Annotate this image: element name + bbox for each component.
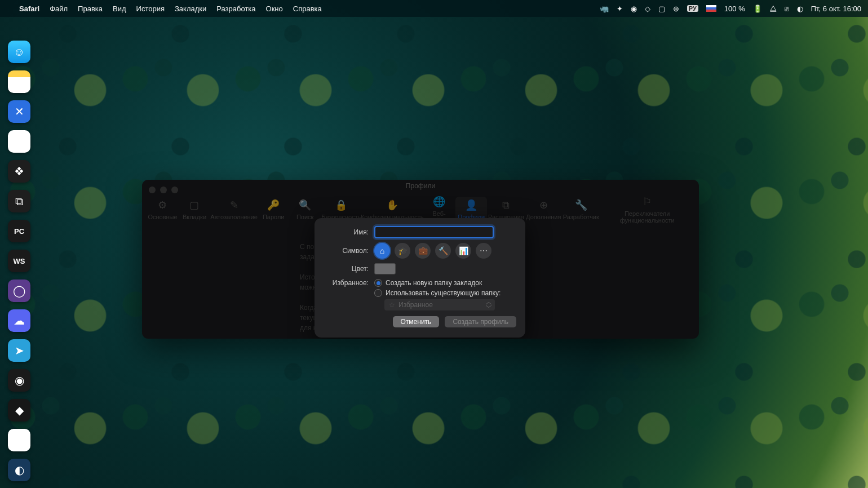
clock[interactable]: Пт, 6 окт. 16:00 xyxy=(811,5,861,13)
new-profile-sheet: Имя: Символ: ⌂🎓💼🔨📊⋯ Цвет: Избранное: Соз… xyxy=(315,218,525,338)
menu-view[interactable]: Вид xyxy=(113,5,126,13)
dock-spotify[interactable]: ◉ xyxy=(8,369,30,392)
favorites-popup-value: Избранное xyxy=(398,301,433,309)
status-icon-2[interactable]: ✦ xyxy=(617,5,623,13)
siri-icon[interactable]: ◐ xyxy=(797,5,803,13)
dock-tools[interactable]: ✕ xyxy=(8,100,30,123)
cancel-button[interactable]: Отменить xyxy=(393,316,440,327)
symbol-briefcase-icon[interactable]: 💼 xyxy=(415,243,431,259)
menu-history[interactable]: История xyxy=(136,5,165,13)
dock-obsidian[interactable]: ◆ xyxy=(8,399,30,422)
dock-finder[interactable]: ☺ xyxy=(8,41,30,63)
menu-edit[interactable]: Правка xyxy=(78,5,103,13)
dock-freeform[interactable]: 〰 xyxy=(8,130,30,153)
status-globe-icon[interactable]: ⊕ xyxy=(673,5,679,13)
wifi-icon[interactable]: ⧋ xyxy=(770,4,777,13)
status-icon-1[interactable]: 🦏 xyxy=(600,5,609,13)
symbol-label: Символ: xyxy=(324,247,374,255)
menu-bookmarks[interactable]: Закладки xyxy=(175,5,206,13)
create-profile-button[interactable]: Создать профиль xyxy=(445,316,516,327)
profile-name-input[interactable] xyxy=(374,226,494,238)
menu-window[interactable]: Окно xyxy=(266,5,283,13)
dock-github[interactable]: ◯ xyxy=(8,280,30,302)
dock-notes[interactable] xyxy=(8,70,30,93)
symbol-bookmark-icon[interactable]: ⌂ xyxy=(374,243,390,259)
dock-telegram[interactable]: ➤ xyxy=(8,339,30,362)
dock-ublock[interactable]: ◐ xyxy=(8,459,30,481)
symbol-graduation-icon[interactable]: 🎓 xyxy=(395,243,410,259)
symbol-more-icon[interactable]: ⋯ xyxy=(476,243,491,259)
dock-webstorm[interactable]: WS xyxy=(8,250,30,272)
color-well[interactable] xyxy=(374,263,396,274)
radio-create-label: Создать новую папку закладок xyxy=(386,279,482,287)
name-label: Имя: xyxy=(324,228,374,236)
dock-figma[interactable]: ❖ xyxy=(8,160,30,183)
radio-existing-label: Использовать существующую папку: xyxy=(386,289,501,297)
safari-settings-window: Профили ⚙Основные▢Вкладки✎Автозаполнение… xyxy=(142,180,699,339)
battery-icon[interactable]: 🔋 xyxy=(753,5,762,13)
radio-use-existing-folder[interactable]: Использовать существующую папку: xyxy=(374,289,516,297)
control-center-icon[interactable]: ⎚ xyxy=(785,5,789,13)
status-square-icon[interactable]: ▢ xyxy=(658,5,665,13)
dock: ☺✕〰❖⧉PCWS◯☁➤◉◆⋮◐✦>_ xyxy=(8,41,30,488)
menu-file[interactable]: Файл xyxy=(50,5,68,13)
symbol-hammer-icon[interactable]: 🔨 xyxy=(435,243,451,259)
star-icon: ☆ xyxy=(389,301,395,309)
radio-create-new-folder[interactable]: Создать новую папку закладок xyxy=(374,279,516,287)
battery-text: 100 % xyxy=(724,5,745,13)
menu-develop[interactable]: Разработка xyxy=(216,5,255,13)
keyboard-layout[interactable]: РУ xyxy=(687,5,698,12)
menu-help[interactable]: Справка xyxy=(293,5,322,13)
favorites-label: Избранное: xyxy=(324,279,374,287)
menubar: Safari Файл Правка Вид История Закладки … xyxy=(0,0,868,17)
flag-icon[interactable] xyxy=(706,5,716,12)
dock-pycharm[interactable]: PC xyxy=(8,220,30,242)
dock-asana[interactable]: ⋮ xyxy=(8,429,30,451)
color-label: Цвет: xyxy=(324,265,374,273)
symbol-chart-icon[interactable]: 📊 xyxy=(455,243,471,259)
app-name[interactable]: Safari xyxy=(19,5,39,13)
status-play-icon[interactable]: ◉ xyxy=(631,5,637,13)
status-diamond-icon[interactable]: ◇ xyxy=(645,5,650,13)
favorites-folder-popup[interactable]: ☆ Избранное xyxy=(384,299,495,310)
status-icons: 🦏 ✦ ◉ ◇ ▢ ⊕ РУ 100 % 🔋 ⧋ ⎚ ◐ Пт, 6 окт. … xyxy=(600,4,861,13)
dock-discord[interactable]: ☁ xyxy=(8,309,30,332)
dock-vscode[interactable]: ⧉ xyxy=(8,190,30,212)
